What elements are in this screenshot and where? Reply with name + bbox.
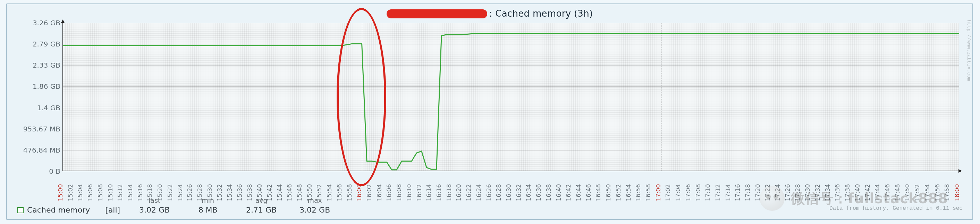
y-tick-label: 0 B (12, 167, 60, 175)
x-tick-label: 17:54 (924, 184, 931, 201)
stat-last: last3.02 GB (135, 197, 173, 214)
x-tick-label: 17:46 (884, 184, 891, 201)
gridline-hour (362, 23, 362, 171)
y-tick-label: 2.79 GB (12, 40, 60, 48)
footer-note: Data from history. Generated in 0.11 sec (829, 205, 963, 211)
x-tick-label: 17:08 (695, 184, 702, 201)
x-tick-label: 16:10 (406, 184, 413, 201)
x-tick-label: 16:24 (476, 184, 482, 201)
x-tick-label: 16:56 (635, 184, 642, 201)
title-text: : Cached memory (3h) (489, 8, 593, 19)
x-tick-label: 16:58 (645, 184, 652, 201)
x-tick-label: 17:52 (914, 184, 921, 201)
x-tick-label: 17:24 (774, 184, 781, 201)
x-tick-label: 16:52 (615, 184, 622, 201)
x-tick-label: 16:40 (555, 184, 562, 201)
x-tick-label: 17:12 (714, 184, 721, 201)
legend-entry: Cached memory (18, 206, 90, 214)
x-tick-label: 16:54 (625, 184, 632, 201)
x-tick-label: 17:48 (894, 184, 901, 201)
x-tick-label: 16:48 (595, 184, 602, 201)
x-tick-label: 17:36 (834, 184, 841, 201)
x-tick-label: 17:50 (904, 184, 911, 201)
x-tick-label: 17:18 (745, 184, 751, 201)
gridline-hour (661, 23, 662, 171)
x-tick-label: 17:14 (725, 184, 732, 201)
x-tick-label: 17:02 (665, 184, 671, 201)
x-tick-label: 17:16 (734, 184, 741, 201)
x-tick-label: 17:20 (754, 184, 761, 201)
x-tick-label: 16:44 (575, 184, 582, 201)
x-tick-label: 16:28 (495, 184, 502, 201)
y-axis-arrow-icon (61, 19, 65, 23)
x-tick-label: 16:22 (465, 184, 472, 201)
redacted-hostname (387, 10, 487, 18)
x-tick-label: 17:58 (943, 184, 950, 201)
x-tick-label: 16:32 (515, 184, 522, 201)
x-tick-label: 17:44 (874, 184, 881, 201)
x-tick-label: 16:20 (455, 184, 462, 201)
x-tick-label: 17:34 (824, 184, 831, 201)
stat-max: max3.02 GB (296, 197, 334, 214)
x-tick-label: 16:34 (525, 184, 532, 201)
x-tick-label: 17:38 (844, 184, 851, 201)
x-tick-label: 15:56 (336, 184, 343, 201)
x-tick-label: 16:46 (585, 184, 592, 201)
plot-area (62, 23, 959, 171)
x-tick-label: 15:58 (346, 184, 353, 201)
legend: Cached memory [all] last3.02 GB min8 MB … (18, 197, 334, 214)
x-tick-label: 16:26 (485, 184, 492, 201)
source-url: http://www.zabbix.com (966, 20, 972, 81)
x-tick-label: 17:00 (655, 184, 662, 201)
x-tick-label: 17:56 (934, 184, 941, 201)
x-tick-label: 18:00 (954, 184, 961, 201)
y-tick-label: 2.33 GB (12, 61, 60, 69)
x-tick-label: 16:38 (545, 184, 552, 201)
stat-min: min8 MB (189, 197, 227, 214)
y-tick-label: 476.84 MB (12, 146, 60, 154)
chart-frame: : Cached memory (3h) 15:0015:0215:0415:0… (6, 3, 973, 220)
x-tick-label: 16:30 (505, 184, 512, 201)
y-tick-label: 3.26 GB (12, 19, 60, 27)
x-tick-label: 16:04 (376, 184, 383, 201)
gridline-y (63, 65, 959, 65)
x-tick-label: 17:06 (685, 184, 692, 201)
line-series (63, 23, 959, 171)
x-tick-label: 16:36 (535, 184, 542, 201)
x-tick-label: 17:28 (794, 184, 801, 201)
x-tick-label: 16:14 (425, 184, 433, 201)
gridline-y (63, 129, 959, 129)
gridline-y (63, 44, 959, 44)
y-tick-label: 953.67 MB (12, 125, 60, 133)
chart-title: : Cached memory (3h) (7, 8, 972, 19)
x-tick-label: 17:42 (864, 184, 871, 201)
legend-scope: [all] (105, 206, 120, 214)
x-tick-label: 16:02 (366, 184, 373, 201)
x-tick-label: 16:06 (385, 184, 393, 201)
x-tick-label: 16:42 (565, 184, 572, 201)
x-tick-label: 16:18 (445, 184, 452, 201)
x-tick-label: 16:08 (396, 184, 402, 201)
y-tick-label: 1.4 GB (12, 104, 60, 112)
x-tick-label: 17:04 (675, 184, 682, 201)
x-tick-label: 17:30 (804, 184, 811, 201)
stat-avg: avg2.71 GB (242, 197, 280, 214)
x-tick-label: 16:12 (416, 184, 423, 201)
x-tick-label: 17:40 (854, 184, 861, 201)
legend-name: Cached memory (27, 206, 90, 214)
x-tick-label: 16:16 (436, 184, 442, 201)
x-tick-label: 17:22 (764, 184, 771, 201)
x-tick-label: 16:00 (356, 184, 363, 201)
gridline-y (63, 150, 959, 151)
x-tick-label: 17:26 (784, 184, 791, 201)
x-tick-label: 17:32 (814, 184, 821, 201)
x-tick-label: 17:10 (705, 184, 711, 201)
y-tick-label: 1.86 GB (12, 82, 60, 91)
x-tick-label: 16:50 (605, 184, 612, 201)
legend-swatch-icon (18, 207, 24, 213)
gridline-y (63, 86, 959, 87)
